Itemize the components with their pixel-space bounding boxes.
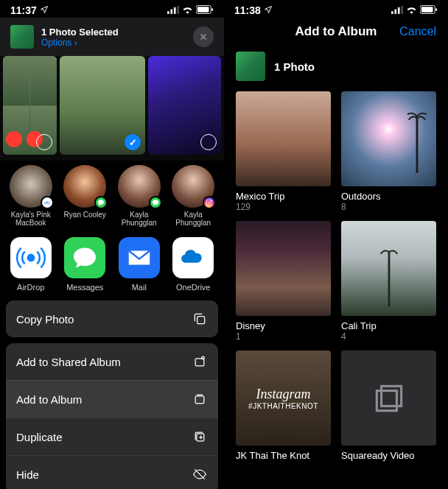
wifi-icon bbox=[406, 4, 417, 16]
copy-icon bbox=[192, 311, 208, 327]
battery-icon bbox=[420, 4, 438, 16]
photo-thumbnail[interactable] bbox=[60, 56, 145, 155]
options-link[interactable]: Options › bbox=[41, 38, 193, 48]
album-cover bbox=[341, 91, 436, 186]
svg-point-11 bbox=[28, 255, 34, 261]
selection-circle-checked-icon[interactable] bbox=[125, 134, 141, 150]
album-cover: Instagram #JKTHAITHEKNOT bbox=[236, 351, 331, 446]
album-cover bbox=[236, 221, 331, 316]
svg-rect-1 bbox=[170, 10, 172, 14]
share-contact[interactable]: Kayla Phungglan bbox=[114, 165, 164, 227]
album-cover bbox=[341, 351, 436, 446]
copy-photo-action[interactable]: Copy Photo bbox=[6, 300, 218, 337]
selection-circle-icon[interactable] bbox=[200, 134, 217, 150]
signal-icon bbox=[167, 4, 179, 16]
svg-rect-19 bbox=[398, 7, 400, 14]
wifi-icon bbox=[182, 4, 193, 16]
close-icon bbox=[199, 32, 208, 41]
mail-icon bbox=[119, 237, 160, 278]
battery-icon bbox=[196, 4, 214, 16]
album-cover bbox=[236, 91, 331, 186]
svg-point-7 bbox=[46, 202, 49, 204]
status-time: 11:37 bbox=[10, 4, 37, 16]
svg-rect-23 bbox=[435, 8, 437, 11]
instagram-badge-icon bbox=[203, 196, 216, 209]
messages-badge-icon bbox=[94, 196, 108, 209]
app-onedrive[interactable]: OneDrive bbox=[169, 237, 219, 292]
photo-thumbnail[interactable] bbox=[148, 56, 221, 155]
palm-tree-icon bbox=[407, 102, 427, 175]
hide-icon bbox=[192, 466, 208, 482]
share-header: 1 Photo Selected Options › bbox=[0, 18, 224, 56]
duplicate-action[interactable]: Duplicate bbox=[6, 418, 218, 455]
add-album-action[interactable]: Add to Album bbox=[6, 380, 218, 418]
share-contact[interactable]: Kayla's Pink MacBook bbox=[6, 165, 56, 227]
location-arrow-icon bbox=[40, 4, 49, 16]
svg-rect-25 bbox=[377, 390, 396, 410]
onedrive-icon bbox=[172, 237, 214, 278]
app-mail[interactable]: Mail bbox=[114, 237, 164, 292]
nav-bar: Add to Album Cancel bbox=[224, 18, 448, 44]
app-messages[interactable]: Messages bbox=[60, 237, 111, 292]
svg-rect-5 bbox=[197, 7, 209, 12]
svg-rect-20 bbox=[401, 6, 403, 14]
album-item[interactable]: Disney 1 bbox=[236, 221, 331, 342]
svg-rect-15 bbox=[195, 396, 204, 404]
svg-point-9 bbox=[209, 201, 211, 203]
photo-thumbnail[interactable] bbox=[3, 56, 57, 155]
svg-rect-6 bbox=[211, 8, 213, 11]
share-contact[interactable]: Kayla Phungglan bbox=[169, 165, 219, 227]
svg-rect-12 bbox=[197, 317, 205, 324]
svg-rect-18 bbox=[394, 10, 396, 14]
signal-icon bbox=[391, 4, 403, 16]
album-item[interactable]: Cali Trip 4 bbox=[341, 221, 436, 342]
status-bar: 11:37 bbox=[0, 0, 224, 18]
shared-album-icon bbox=[192, 353, 208, 370]
svg-rect-2 bbox=[174, 7, 176, 14]
palm-tree-icon bbox=[379, 236, 399, 309]
share-actions-group: Add to Shared Album Add to Album Duplica… bbox=[6, 343, 218, 489]
messages-badge-icon bbox=[149, 196, 162, 209]
location-arrow-icon bbox=[264, 4, 273, 16]
app-airdrop[interactable]: AirDrop bbox=[6, 237, 56, 292]
close-button[interactable] bbox=[193, 27, 214, 47]
airdrop-icon bbox=[10, 237, 52, 278]
hide-action[interactable]: Hide bbox=[6, 455, 218, 489]
svg-rect-0 bbox=[167, 11, 169, 14]
selected-photo-row: 1 Photo bbox=[224, 44, 448, 91]
selected-count-label: 1 Photo bbox=[274, 60, 315, 73]
share-sheet-screen: 11:37 1 Photo Selected Options › bbox=[0, 0, 224, 489]
album-item[interactable]: Outdoors 8 bbox=[341, 91, 436, 212]
selected-photo-thumb bbox=[236, 52, 265, 81]
album-icon bbox=[192, 391, 208, 407]
album-cover bbox=[341, 221, 436, 316]
svg-point-14 bbox=[202, 356, 205, 359]
album-item[interactable]: Instagram #JKTHAITHEKNOT JK Thai The Kno… bbox=[236, 351, 331, 461]
cancel-button[interactable]: Cancel bbox=[399, 25, 436, 38]
svg-rect-17 bbox=[391, 11, 393, 14]
share-contact[interactable]: Ryan Cooley bbox=[60, 165, 111, 227]
status-time: 11:38 bbox=[234, 4, 261, 16]
album-grid[interactable]: Mexico Trip 129 Outdoors 8 Disney 1 Cali… bbox=[224, 91, 448, 461]
selection-circle-icon[interactable] bbox=[36, 134, 52, 150]
svg-point-10 bbox=[211, 200, 211, 201]
photo-strip[interactable] bbox=[0, 56, 224, 161]
status-bar: 11:38 bbox=[224, 0, 448, 18]
share-apps-row[interactable]: AirDrop Messages Mail OneDrive bbox=[0, 230, 224, 293]
svg-rect-24 bbox=[381, 386, 401, 406]
share-actions-list: Copy Photo Add to Shared Album Add to Al… bbox=[6, 300, 218, 489]
svg-rect-3 bbox=[177, 6, 179, 14]
add-shared-album-action[interactable]: Add to Shared Album bbox=[6, 343, 218, 380]
stacked-rects-icon bbox=[371, 380, 407, 417]
share-contacts-row[interactable]: Kayla's Pink MacBook Ryan Cooley Kayla P… bbox=[0, 161, 224, 230]
header-title: 1 Photo Selected bbox=[41, 27, 193, 38]
messages-icon bbox=[64, 237, 105, 278]
album-item[interactable]: Mexico Trip 129 bbox=[236, 91, 331, 212]
duplicate-icon bbox=[192, 429, 208, 445]
album-item[interactable]: Squaready Video bbox=[341, 351, 436, 461]
selected-photo-thumb bbox=[10, 25, 34, 49]
svg-rect-22 bbox=[421, 7, 433, 12]
add-to-album-screen: 11:38 Add to Album Cancel 1 Photo Mex bbox=[224, 0, 448, 489]
airdrop-badge-icon bbox=[41, 196, 54, 209]
